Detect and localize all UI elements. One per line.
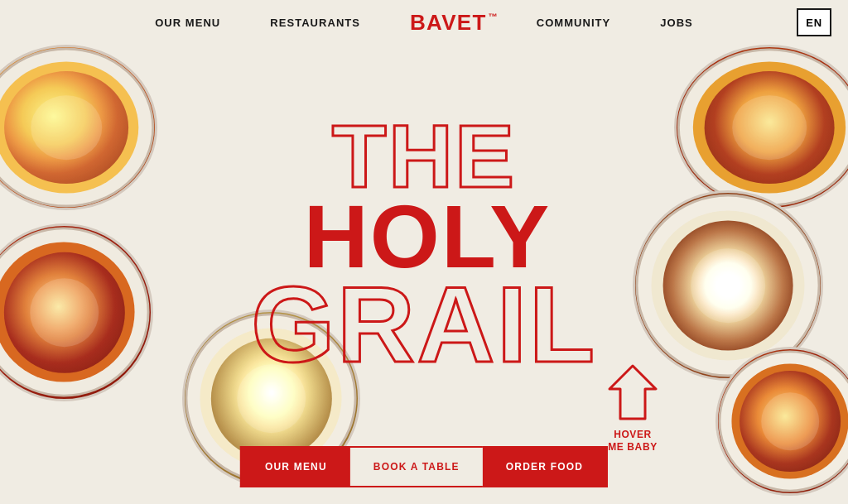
site-logo[interactable]: BAVET	[410, 10, 487, 36]
svg-point-24	[701, 270, 730, 289]
nav-jobs[interactable]: JOBS	[660, 17, 693, 29]
hover-arrow-icon	[608, 364, 658, 422]
svg-point-32	[279, 389, 283, 393]
svg-point-3	[55, 118, 84, 137]
food-plate-6	[716, 347, 848, 496]
svg-point-33	[255, 381, 287, 396]
nav-restaurants[interactable]: RESTAURANTS	[270, 17, 360, 29]
book-table-button[interactable]: BOOK A TABLE	[350, 446, 483, 487]
svg-point-4	[678, 50, 848, 205]
svg-point-31	[265, 406, 268, 409]
svg-point-10	[49, 296, 84, 325]
hero-section: OUR MENU RESTAURANTS BAVET COMMUNITY JOB…	[0, 0, 848, 504]
nav-our-menu[interactable]: OUR MENU	[155, 17, 220, 29]
svg-point-7	[756, 116, 788, 138]
svg-point-21	[740, 260, 749, 268]
svg-point-29	[258, 390, 263, 395]
svg-point-19	[707, 263, 717, 273]
main-nav: OUR MENU RESTAURANTS BAVET COMMUNITY JOB…	[0, 0, 848, 45]
svg-point-5	[693, 61, 846, 193]
svg-point-16	[670, 239, 786, 336]
headline-the: THE	[332, 116, 516, 196]
language-button[interactable]: EN	[797, 8, 831, 36]
svg-point-30	[275, 397, 279, 401]
food-plate-3	[0, 223, 153, 401]
our-menu-button[interactable]: OUR MENU	[240, 446, 350, 487]
headline-holy: HOLY	[304, 196, 552, 276]
svg-point-34	[267, 390, 292, 403]
svg-marker-38	[610, 366, 656, 419]
svg-point-2	[49, 112, 81, 136]
order-food-button[interactable]: ORDER FOOD	[483, 446, 608, 487]
bottom-cta-buttons: OUR MENU BOOK A TABLE ORDER FOOD	[240, 446, 608, 487]
svg-point-23	[724, 271, 733, 281]
svg-point-6	[747, 109, 788, 138]
svg-point-35	[720, 352, 848, 491]
svg-point-1	[0, 61, 138, 193]
svg-point-13	[69, 298, 88, 314]
svg-point-12	[42, 306, 66, 325]
hover-text: HOVER ME BABY	[608, 429, 658, 454]
svg-point-36	[731, 363, 848, 478]
svg-point-37	[773, 410, 805, 434]
svg-point-11	[55, 301, 80, 322]
svg-point-18	[697, 255, 726, 284]
svg-point-20	[731, 252, 757, 278]
hover-section: HOVER ME BABY	[608, 364, 658, 454]
svg-point-15	[651, 210, 804, 360]
food-plate-1	[0, 45, 157, 210]
nav-community[interactable]: COMMUNITY	[537, 17, 611, 29]
svg-point-25	[728, 267, 752, 283]
svg-point-17	[697, 255, 726, 284]
svg-point-22	[714, 264, 741, 291]
food-plate-2	[674, 45, 848, 210]
svg-point-28	[214, 351, 327, 451]
